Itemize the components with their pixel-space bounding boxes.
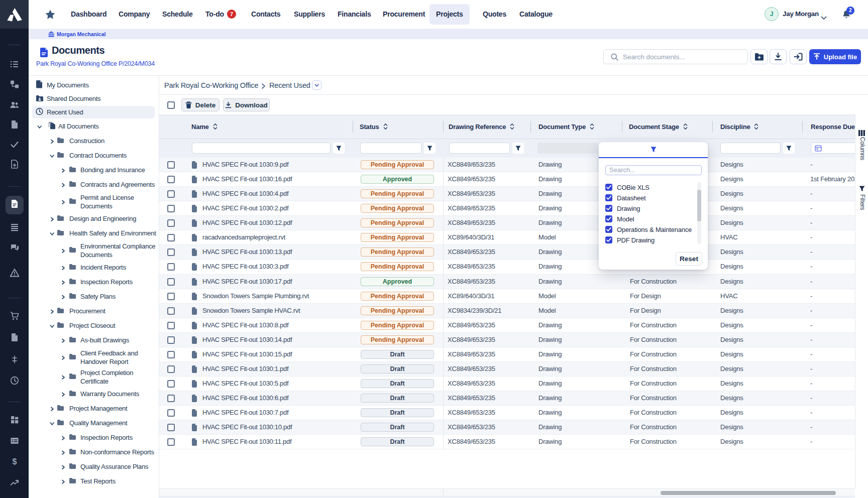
svg-text:$: $ (12, 457, 17, 466)
